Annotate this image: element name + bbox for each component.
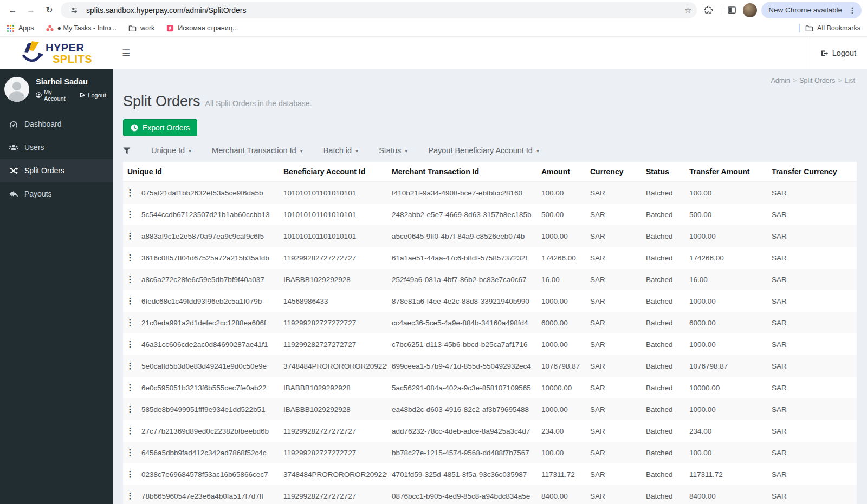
site-settings-icon[interactable] [67, 6, 81, 14]
column-header-transfer-amount[interactable]: Transfer Amount [685, 162, 767, 182]
table-row: ⋮585de8b9499951fff9e934e1dd522b51IBABBB1… [123, 398, 857, 420]
column-header-unique-id[interactable]: Unique Id [123, 162, 279, 182]
cell-status: Batched [642, 463, 685, 485]
row-actions-handle[interactable]: ⋮ [123, 398, 137, 420]
cell-amount: 100.00 [537, 182, 586, 204]
cell-beneficiary-account-id: 101010101101010101 [279, 182, 387, 204]
forward-icon[interactable]: → [24, 5, 38, 15]
url-text: splits.sandbox.hyperpay.com/admin/SplitO… [86, 6, 680, 15]
chevron-down-icon: ▾ [355, 148, 358, 154]
cell-merchant-transaction-id: cc4aec36-5ce5-4a9e-884b-34160a498fd4 [387, 312, 537, 333]
row-actions-handle[interactable]: ⋮ [123, 247, 137, 269]
row-actions-handle[interactable]: ⋮ [123, 290, 137, 312]
filter-payout-beneficiary-account-id[interactable]: Payout Beneficiary Account Id▾ [428, 146, 539, 155]
row-actions-handle[interactable]: ⋮ [123, 377, 137, 398]
sidebar-item-payouts[interactable]: Payouts [0, 182, 113, 206]
chrome-update-button[interactable]: New Chrome available ⋮ [761, 2, 862, 18]
cell-transfer-amount: 500.00 [685, 204, 767, 225]
cell-status: Batched [642, 333, 685, 355]
filter-status[interactable]: Status▾ [379, 146, 407, 155]
column-header-transfer-currency[interactable]: Transfer Currency [767, 162, 857, 182]
sidebar-item-split-orders[interactable]: Split Orders [0, 159, 113, 182]
all-bookmarks-button[interactable]: All Bookmarks [805, 24, 860, 32]
cell-transfer-amount: 117311.72 [685, 463, 767, 485]
row-actions-handle[interactable]: ⋮ [123, 463, 137, 485]
row-actions-handle[interactable]: ⋮ [123, 355, 137, 377]
my-account-link[interactable]: My Account [36, 89, 72, 102]
filter-unique-id[interactable]: Unique Id▾ [151, 146, 191, 155]
cell-merchant-transaction-id: add76232-78cc-4deb-adce-8a9425a3c4d7 [387, 420, 537, 442]
row-actions-handle[interactable]: ⋮ [123, 269, 137, 290]
row-actions-handle[interactable]: ⋮ [123, 442, 137, 463]
side-panel-icon[interactable] [724, 5, 739, 15]
asana-icon [46, 24, 54, 32]
bookmark-apps[interactable]: Apps [7, 24, 34, 32]
cell-unique-id: 5e0caffd5b3d0e83d49241e9d0c50e9e [137, 355, 279, 377]
back-icon[interactable]: ← [5, 5, 20, 15]
row-actions-handle[interactable]: ⋮ [123, 312, 137, 333]
bookmark-star-icon[interactable]: ☆ [684, 5, 691, 15]
filter-merchant-transaction-id[interactable]: Merchant Transaction Id▾ [212, 146, 303, 155]
cell-status: Batched [642, 398, 685, 420]
column-header-currency[interactable]: Currency [586, 162, 642, 182]
cell-transfer-currency: SAR [767, 290, 857, 312]
cell-unique-id: 075af21daf1bb2632ef53a5ce9f6da5b [137, 182, 279, 204]
cell-amount: 174266.00 [537, 247, 586, 269]
bookmark-my-tasks-intro[interactable]: ● My Tasks - Intro... [46, 24, 117, 32]
cell-unique-id: a883af9c1e2e5870a97ea9c9caf9c6f5 [137, 225, 279, 247]
row-actions-handle[interactable]: ⋮ [123, 485, 137, 504]
filter-label: Merchant Transaction Id [212, 146, 296, 155]
reply-all-icon [8, 191, 19, 198]
sidebar: Siarhei Sadau My Account Logout [0, 69, 113, 504]
table-row: ⋮5c544ccdb67123507d21b1ab60ccbb131010101… [123, 204, 857, 225]
cell-unique-id: 0238c7e69684578f53ac16b65866cec7 [137, 463, 279, 485]
bookmark-item[interactable]: Искомая страниц... [166, 24, 238, 32]
breadcrumb-item-admin[interactable]: Admin [771, 77, 790, 84]
cell-amount: 100.00 [537, 442, 586, 463]
row-actions-handle[interactable]: ⋮ [123, 204, 137, 225]
cell-beneficiary-account-id: 119299282727272727 [279, 247, 387, 269]
row-actions-handle[interactable]: ⋮ [123, 182, 137, 204]
browser-profile-avatar[interactable] [743, 3, 757, 17]
folder-icon [128, 24, 137, 32]
column-header-status[interactable]: Status [642, 162, 685, 182]
sidebar-logout-link[interactable]: Logout [80, 92, 106, 99]
sidebar-item-users[interactable]: Users [0, 136, 113, 159]
cell-status: Batched [642, 442, 685, 463]
row-actions-handle[interactable]: ⋮ [123, 333, 137, 355]
column-header-beneficiary-account-id[interactable]: Beneficiary Account Id [279, 162, 387, 182]
cell-merchant-transaction-id: 5ac56291-084a-402a-9c3e-858107109565 [387, 377, 537, 398]
header-logout-button[interactable]: Logout [810, 37, 867, 69]
column-header-merchant-transaction-id[interactable]: Merchant Transaction Id [387, 162, 537, 182]
bookmark-label: Apps [18, 24, 34, 32]
extensions-icon[interactable] [701, 5, 715, 15]
filter-batch-id[interactable]: Batch id▾ [323, 146, 358, 155]
cell-amount: 8400.00 [537, 485, 586, 504]
export-orders-button[interactable]: Export Orders [123, 119, 197, 136]
bookmark-work[interactable]: work [128, 24, 154, 32]
cell-unique-id: 3616c0857804d67525a72a215b35afdb [137, 247, 279, 269]
chevron-down-icon: ▾ [536, 148, 539, 154]
url-bar[interactable]: splits.sandbox.hyperpay.com/admin/SplitO… [61, 2, 697, 18]
cell-beneficiary-account-id: 101010101101010101 [279, 225, 387, 247]
bookmark-label: Искомая страниц... [178, 24, 238, 32]
bookmarks-bar: Apps● My Tasks - Intro...workИскомая стр… [0, 20, 867, 37]
app-logo[interactable]: HYPER SPLITS [0, 37, 113, 69]
cell-transfer-amount: 1000.00 [685, 225, 767, 247]
cell-transfer-currency: SAR [767, 398, 857, 420]
sidebar-item-label: Users [24, 142, 44, 153]
row-actions-handle[interactable]: ⋮ [123, 420, 137, 442]
sidebar-item-dashboard[interactable]: Dashboard [0, 113, 113, 136]
cell-unique-id: 585de8b9499951fff9e934e1dd522b51 [137, 398, 279, 420]
cell-transfer-currency: SAR [767, 312, 857, 333]
cell-transfer-currency: SAR [767, 420, 857, 442]
cell-transfer-amount: 6000.00 [685, 312, 767, 333]
cell-merchant-transaction-id: a5ce0645-9ff0-4b7f-84a9-c8526eeb074b [387, 225, 537, 247]
cell-amount: 117311.72 [537, 463, 586, 485]
reload-icon[interactable]: ↻ [42, 5, 56, 15]
sidebar-toggle-icon[interactable]: ☰ [113, 37, 139, 69]
row-actions-handle[interactable]: ⋮ [123, 225, 137, 247]
browser-menu-icon[interactable]: ⋮ [846, 6, 858, 15]
column-header-amount[interactable]: Amount [537, 162, 586, 182]
breadcrumb-item-split-orders[interactable]: Split Orders [799, 77, 835, 84]
